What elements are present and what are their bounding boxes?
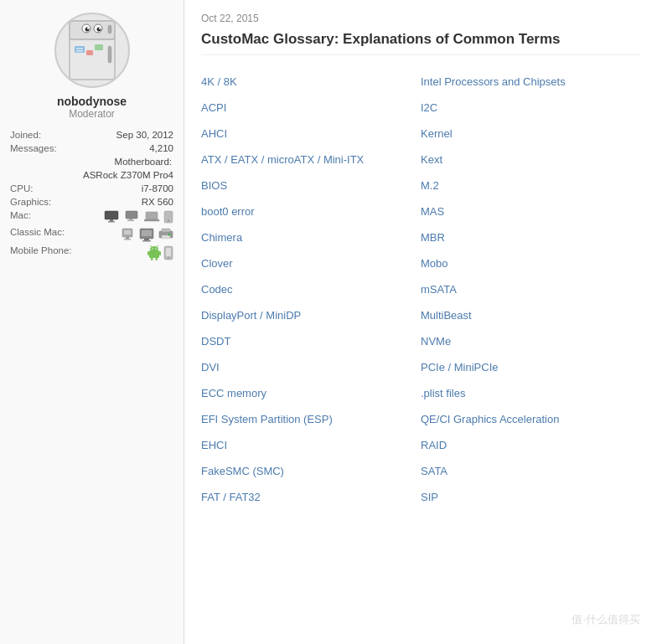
glossary-link[interactable]: MultiBeast xyxy=(421,309,472,322)
glossary-link[interactable]: Intel Processors and Chipsets xyxy=(421,75,566,88)
svg-line-43 xyxy=(157,245,158,247)
glossary-link[interactable]: MAS xyxy=(421,205,444,218)
glossary-link[interactable]: BIOS xyxy=(201,179,227,192)
glossary-link[interactable]: DisplayPort / MiniDP xyxy=(201,309,301,322)
glossary-link[interactable]: PCIe / MiniPCIe xyxy=(421,361,498,374)
glossary-item: ECC memory xyxy=(201,380,421,406)
glossary-item: FakeSMC (SMC) xyxy=(201,458,421,484)
mac-laptop-icon xyxy=(144,210,161,222)
svg-rect-27 xyxy=(124,230,131,234)
glossary-link[interactable]: I2C xyxy=(421,101,437,114)
glossary-item: DVI xyxy=(201,354,421,380)
glossary-link[interactable]: Clover xyxy=(201,257,233,270)
glossary-item: EFI System Partition (ESP) xyxy=(201,406,421,432)
glossary-item: MAS xyxy=(421,198,640,224)
glossary-link[interactable]: FakeSMC (SMC) xyxy=(201,465,284,477)
glossary-link[interactable]: ATX / EATX / microATX / Mini-ITX xyxy=(201,153,364,166)
glossary-link[interactable]: M.2 xyxy=(421,179,439,192)
mac-icons xyxy=(80,210,173,224)
glossary-item: AHCI xyxy=(201,121,421,147)
graphics-value: RX 560 xyxy=(78,195,175,209)
glossary-item: SIP xyxy=(421,484,640,510)
glossary-link[interactable]: Kernel xyxy=(421,127,453,140)
glossary-item: Chimera xyxy=(201,224,421,250)
classic-mac-icons xyxy=(80,227,173,242)
glossary-link[interactable]: 4K / 8K xyxy=(201,75,237,88)
glossary-item: MultiBeast xyxy=(421,302,640,328)
glossary-link[interactable]: Mobo xyxy=(421,257,448,270)
glossary-link[interactable]: Chimera xyxy=(201,231,242,244)
user-role-label: Moderator xyxy=(69,108,115,120)
glossary-link[interactable]: AHCI xyxy=(201,127,227,140)
glossary-item: ATX / EATX / microATX / Mini-ITX xyxy=(201,147,421,173)
svg-rect-49 xyxy=(166,248,171,256)
sidebar: nobodynose Moderator Joined: Sep 30, 201… xyxy=(0,0,184,644)
glossary-link[interactable]: EFI System Partition (ESP) xyxy=(201,413,333,425)
joined-label: Joined: xyxy=(8,128,78,142)
glossary-item: DisplayPort / MiniDP xyxy=(201,302,421,328)
glossary-item: FAT / FAT32 xyxy=(201,484,421,510)
svg-point-50 xyxy=(168,257,169,259)
glossary-link[interactable]: NVMe xyxy=(421,335,451,348)
svg-rect-19 xyxy=(126,211,137,219)
mobile-label: Mobile Phone: xyxy=(8,244,78,262)
glossary-item: Intel Processors and Chipsets xyxy=(421,69,640,95)
svg-rect-28 xyxy=(126,237,129,239)
glossary-link[interactable]: ACPI xyxy=(201,101,226,114)
mac-label: Mac: xyxy=(8,209,78,225)
svg-rect-45 xyxy=(156,258,158,260)
glossary-item: DSDT xyxy=(201,328,421,354)
svg-rect-46 xyxy=(147,251,149,255)
svg-rect-17 xyxy=(110,219,113,221)
glossary-link[interactable]: Kext xyxy=(421,153,442,166)
glossary-item: Kext xyxy=(421,147,640,173)
username-label: nobodynose xyxy=(57,95,127,108)
glossary-item: MBR xyxy=(421,224,640,250)
svg-point-6 xyxy=(96,28,101,32)
svg-rect-23 xyxy=(144,219,159,221)
post-date: Oct 22, 2015 xyxy=(201,13,640,24)
glossary-link[interactable]: Codec xyxy=(201,283,233,296)
glossary-link[interactable]: RAID xyxy=(421,439,447,451)
glossary-item: ACPI xyxy=(201,95,421,121)
svg-rect-10 xyxy=(108,25,111,33)
classic-mac-icon-2 xyxy=(137,227,156,242)
glossary-link[interactable]: DVI xyxy=(201,361,220,374)
mobile-icons xyxy=(80,245,173,260)
glossary-item: Mobo xyxy=(421,250,640,276)
avatar xyxy=(54,13,130,88)
glossary-item: RAID xyxy=(421,432,640,458)
glossary-item: boot0 error xyxy=(201,198,421,224)
glossary-link[interactable]: mSATA xyxy=(421,283,457,296)
graphics-label: Graphics: xyxy=(8,195,78,209)
glossary-link[interactable]: ECC memory xyxy=(201,387,266,399)
user-info-section: Joined: Sep 30, 2012 Messages: 4,210 Mot… xyxy=(8,128,175,262)
svg-point-37 xyxy=(168,234,171,236)
motherboard-label: Motherboard: xyxy=(8,155,175,168)
avatar-image xyxy=(63,17,122,84)
glossary-item: M.2 xyxy=(421,173,640,198)
svg-point-41 xyxy=(155,248,156,249)
glossary-link[interactable]: boot0 error xyxy=(201,205,255,218)
glossary-link[interactable]: DSDT xyxy=(201,335,230,348)
svg-point-5 xyxy=(85,28,89,32)
motherboard-value: ASRock Z370M Pro4 xyxy=(78,168,175,182)
glossary-link[interactable]: FAT / FAT32 xyxy=(201,491,261,503)
glossary-link[interactable]: QE/CI Graphics Acceleration xyxy=(421,413,559,425)
glossary-link[interactable]: MBR xyxy=(421,231,445,244)
svg-rect-11 xyxy=(75,46,85,53)
mac-monitor-icon-2 xyxy=(125,210,142,222)
glossary-link[interactable]: .plist files xyxy=(421,387,465,399)
svg-rect-21 xyxy=(127,220,134,222)
glossary-item: I2C xyxy=(421,95,640,121)
svg-point-40 xyxy=(152,248,153,249)
svg-line-42 xyxy=(150,245,152,247)
svg-rect-38 xyxy=(149,250,159,258)
svg-rect-13 xyxy=(95,44,103,50)
glossary-link[interactable]: SIP xyxy=(421,491,438,503)
glossary-item: Clover xyxy=(201,250,421,276)
glossary-link[interactable]: EHCI xyxy=(201,439,227,451)
glossary-link[interactable]: SATA xyxy=(421,465,447,477)
svg-rect-20 xyxy=(129,219,132,220)
glossary-item: Codec xyxy=(201,276,421,302)
